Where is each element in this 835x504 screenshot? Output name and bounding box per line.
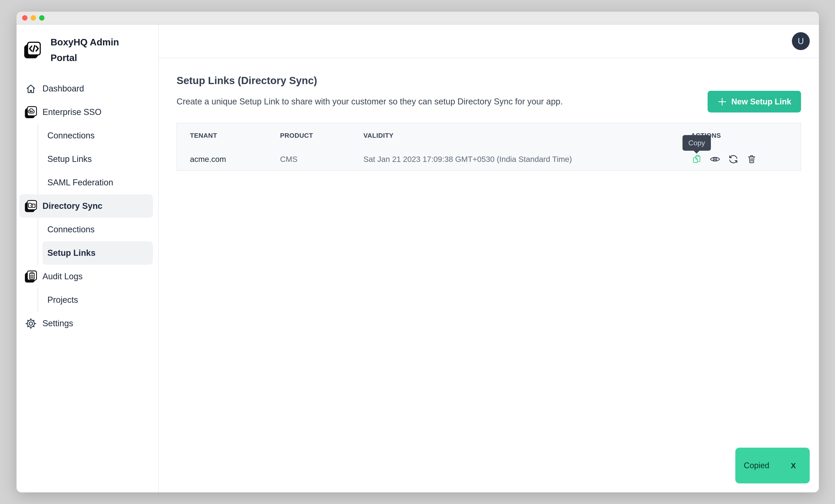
new-setup-link-button[interactable]: New Setup Link	[708, 91, 801, 113]
column-header-validity: VALIDITY	[363, 132, 691, 139]
app-body: BoxyHQ Admin Portal Dashboard	[17, 25, 819, 492]
toast-message: Copied	[744, 461, 769, 470]
view-link-button[interactable]	[709, 154, 721, 165]
sidebar-item-label: Projects	[47, 295, 78, 305]
copy-link-button[interactable]: Copy	[691, 154, 702, 165]
desktop-background: { "sidebar": { "logo_text": "BoxyHQ Admi…	[0, 0, 835, 504]
regenerate-link-button[interactable]	[728, 154, 739, 165]
app-window: BoxyHQ Admin Portal Dashboard	[17, 12, 819, 492]
boxyhq-logo-icon	[23, 41, 42, 59]
sidebar-item-enterprise-sso[interactable]: Enterprise SSO	[19, 100, 153, 124]
audit-logs-clipboard-icon	[24, 270, 38, 283]
main-area: U Setup Links (Directory Sync) Create a …	[159, 25, 819, 492]
row-actions: Copy	[691, 154, 800, 165]
home-icon	[24, 82, 38, 96]
directory-sync-folder-icon	[24, 199, 38, 213]
minimize-window-icon[interactable]	[30, 15, 36, 21]
sidebar-item-dashboard[interactable]: Dashboard	[19, 77, 153, 100]
trash-icon	[746, 154, 757, 165]
sidebar-item-label: Connections	[47, 225, 95, 234]
cell-validity: Sat Jan 21 2023 17:09:38 GMT+0530 (India…	[363, 155, 691, 164]
sidebar-item-projects[interactable]: Projects	[42, 288, 153, 312]
page-title: Setup Links (Directory Sync)	[177, 74, 801, 87]
sidebar-item-label: Enterprise SSO	[42, 107, 101, 117]
copied-toast: Copied X	[735, 448, 810, 483]
cell-tenant: acme.com	[190, 155, 280, 164]
column-header-product: PRODUCT	[280, 132, 363, 139]
sidebar-group-directory-sync: Connections Setup Links	[38, 218, 153, 265]
table-row: acme.com CMS Sat Jan 21 2023 17:09:38 GM…	[177, 148, 800, 170]
refresh-icon	[728, 154, 739, 165]
sidebar-group-audit-logs: Projects	[38, 288, 153, 312]
sidebar-item-label: Connections	[47, 131, 95, 140]
sidebar-item-label: Directory Sync	[42, 201, 102, 211]
setup-links-table: TENANT PRODUCT VALIDITY ACTIONS acme.com…	[177, 123, 801, 171]
sidebar-item-label: SAML Federation	[47, 178, 113, 187]
user-avatar[interactable]: U	[792, 32, 810, 50]
sidebar-item-label: Setup Links	[47, 154, 92, 164]
settings-gear-icon	[24, 317, 38, 330]
sidebar-item-label: Setup Links	[47, 248, 96, 258]
window-titlebar	[17, 12, 819, 25]
copy-tooltip: Copy	[683, 135, 711, 151]
page-content: Setup Links (Directory Sync) Create a un…	[159, 58, 819, 171]
sidebar-item-dsync-connections[interactable]: Connections	[42, 218, 153, 241]
sso-cloud-key-icon	[24, 105, 38, 119]
page-description: Create a unique Setup Link to share with…	[177, 97, 563, 106]
brand-title: BoxyHQ Admin Portal	[50, 35, 120, 66]
sidebar-item-settings[interactable]: Settings	[19, 312, 153, 335]
brand-logo[interactable]: BoxyHQ Admin Portal	[23, 35, 153, 66]
sidebar-item-sso-setup-links[interactable]: Setup Links	[42, 147, 153, 171]
zoom-window-icon[interactable]	[39, 15, 44, 21]
sidebar-item-label: Settings	[42, 319, 73, 328]
delete-link-button[interactable]	[746, 154, 757, 165]
sidebar-item-saml-federation[interactable]: SAML Federation	[42, 171, 153, 194]
sidebar-item-label: Dashboard	[42, 84, 84, 94]
sidebar-item-directory-sync[interactable]: Directory Sync	[19, 194, 153, 218]
sidebar-item-dsync-setup-links[interactable]: Setup Links	[42, 241, 153, 265]
close-window-icon[interactable]	[22, 15, 27, 21]
page-header-row: Create a unique Setup Link to share with…	[177, 91, 801, 113]
sidebar: BoxyHQ Admin Portal Dashboard	[17, 25, 159, 492]
avatar-initial: U	[798, 37, 804, 46]
plus-icon	[717, 97, 727, 106]
eye-icon	[709, 154, 720, 165]
new-setup-link-label: New Setup Link	[731, 97, 791, 106]
sidebar-group-enterprise-sso: Connections Setup Links SAML Federation	[38, 124, 153, 194]
top-header-bar: U	[159, 25, 819, 58]
sidebar-nav: Dashboard Enterprise SSO	[17, 77, 158, 335]
sidebar-item-sso-connections[interactable]: Connections	[42, 124, 153, 147]
toast-close-button[interactable]: X	[791, 461, 796, 470]
column-header-tenant: TENANT	[190, 132, 280, 139]
sidebar-item-label: Audit Logs	[42, 272, 83, 281]
sidebar-item-audit-logs[interactable]: Audit Logs	[19, 265, 153, 288]
cell-product: CMS	[280, 155, 363, 164]
